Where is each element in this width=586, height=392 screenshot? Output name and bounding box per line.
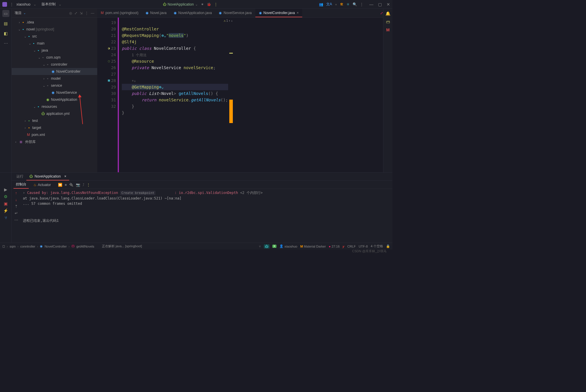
run-configuration[interactable]: ⏻ NovelApplication ⌄ <box>163 2 198 6</box>
settings-icon[interactable]: ⚙ <box>4 194 8 199</box>
actuator-tab[interactable]: ♨Actuator <box>31 181 53 189</box>
tree-row-idea[interactable]: ›▪.idea <box>12 19 97 26</box>
tree-row-novel[interactable]: ⌄▪novel [springboot] <box>12 26 97 33</box>
marker[interactable] <box>229 53 233 54</box>
scroll-top-icon[interactable]: ⇡ <box>15 204 18 209</box>
tab-novelcontroller[interactable]: ◉NovelController.java× <box>255 9 302 17</box>
warning-icon[interactable]: ⚠ <box>224 19 226 23</box>
more-icon[interactable]: ⋮ <box>214 2 218 6</box>
team-icon[interactable]: 👥 <box>319 2 323 6</box>
chevron-down-icon[interactable]: ⌄ <box>59 2 61 6</box>
search-icon[interactable]: 🔍 <box>353 2 357 6</box>
tree-row-package[interactable]: ⌄▫com.sqm <box>12 54 97 61</box>
status-cursor[interactable]: 27:16 <box>332 245 340 248</box>
structure-tool-icon[interactable]: ▤ <box>2 20 9 27</box>
tree-row-src[interactable]: ⌄▪src <box>12 33 97 40</box>
tree-row-controller[interactable]: ⌄▫conntroller <box>12 61 97 68</box>
tools-icon[interactable]: 🛠 <box>340 2 344 6</box>
branch-icon[interactable]: ⑂ <box>259 245 261 248</box>
scroll-up-icon[interactable]: ↑ <box>15 191 17 195</box>
arrow-down-icon[interactable]: ↓ <box>231 19 233 22</box>
create-breakpoint-button[interactable]: Create breakpoint <box>120 191 156 195</box>
tree-row-yml[interactable]: ⏻application.yml <box>12 110 97 117</box>
camera-icon[interactable]: 📷 <box>76 183 80 187</box>
project-panel-title[interactable]: 项目 <box>15 11 22 16</box>
tree-row-main[interactable]: ⌄▪main <box>12 40 97 47</box>
database-icon[interactable]: 🗃 <box>386 19 390 24</box>
code-area[interactable]: @RestController @RequestMapping(⊕⌄"novel… <box>119 18 228 172</box>
console-output[interactable]: › Caused by: java.lang.ClassNotFoundExce… <box>20 189 392 243</box>
status-crlf[interactable]: CRLF <box>347 245 356 248</box>
tree-row-novelcontroller[interactable]: ◉NovelController <box>12 68 97 75</box>
console-tab[interactable]: 控制台 <box>13 181 29 189</box>
tab-novelapp[interactable]: ◉NovelApplication.java <box>170 9 216 17</box>
tab-novel[interactable]: ◉Novel.java <box>142 9 170 17</box>
export-icon[interactable]: ⤴ <box>83 183 84 187</box>
debug-icon[interactable]: 🐞 <box>207 2 211 6</box>
more-icon[interactable]: ⋯ <box>14 218 18 222</box>
notifications-icon[interactable]: 🔔 <box>385 11 390 16</box>
arrow-up-icon[interactable]: ↑ <box>228 19 230 22</box>
more-icon[interactable]: ⋮ <box>85 11 88 15</box>
tree-row-novelservice[interactable]: ◉NovelService <box>12 89 97 96</box>
circle-icon[interactable]: ● <box>335 2 337 6</box>
translate-icon[interactable]: 文A <box>326 2 332 7</box>
tree-row-novelapp[interactable]: ◉NovelApplication <box>12 96 97 103</box>
maven-icon[interactable]: M <box>386 28 390 32</box>
tree-row-service[interactable]: ⌄▫service <box>12 82 97 89</box>
tree-row-target[interactable]: ›▪target <box>12 124 97 131</box>
tab-novelservice[interactable]: ◉NovelService.java <box>215 9 255 17</box>
run-tab-run[interactable]: 运行 <box>13 173 26 180</box>
more-icon[interactable]: ⋮ <box>87 183 90 187</box>
close-icon[interactable]: × <box>297 11 299 15</box>
breadcrumb-item[interactable]: conntroller <box>20 245 35 248</box>
bookmark-tool-icon[interactable]: ◧ <box>2 30 9 37</box>
expand-icon[interactable]: ⤢ <box>380 11 383 15</box>
tree-row-extlibs[interactable]: ›⊞外部库 <box>12 138 97 145</box>
expand-icon[interactable]: ⤢ <box>74 11 77 15</box>
x-badge[interactable]: X <box>272 245 277 248</box>
stop-icon[interactable]: ■ <box>65 183 67 187</box>
run-button[interactable]: ▶ <box>4 187 7 192</box>
status-user[interactable]: xiaoshuo <box>284 245 297 248</box>
status-theme[interactable]: Material Darker <box>304 245 326 248</box>
lock-icon[interactable]: 🔒 <box>386 244 390 248</box>
tree-row-test[interactable]: ›▪test <box>12 117 97 124</box>
chevron-down-icon[interactable]: ⌄ <box>23 11 26 15</box>
atom-icon[interactable]: ⚛ <box>346 2 350 6</box>
terminal-icon[interactable]: ▣ <box>4 201 8 206</box>
tree-row-java[interactable]: ⌄▪java <box>12 47 97 54</box>
hide-icon[interactable]: — <box>91 11 94 15</box>
project-name[interactable]: xiaoshuo <box>16 2 30 6</box>
collapse-icon[interactable]: ⇲ <box>80 11 83 15</box>
git-icon[interactable]: ⑂ <box>5 215 7 220</box>
tree-row-pom[interactable]: Mpom.xml <box>12 131 97 138</box>
plug-icon[interactable]: 🔌 <box>69 183 74 187</box>
main-menu-icon[interactable]: ⋮ <box>10 2 13 6</box>
fastforward-icon[interactable]: ⏩ <box>58 183 62 187</box>
minimize-button[interactable]: — <box>369 2 373 7</box>
marker[interactable] <box>229 100 233 123</box>
line-gutter[interactable]: 19 20 21 22 ◑23 24 ◌25 26 27 ▦28 29 30 3… <box>97 18 118 172</box>
editor-marker-stripe[interactable]: ⚠ 1 ↑ ↓ <box>228 18 233 172</box>
home-icon[interactable]: ◻ <box>2 244 5 248</box>
scroll-down-icon[interactable]: ↓ <box>15 197 17 202</box>
close-button[interactable]: ✕ <box>387 2 390 7</box>
status-indent[interactable]: 4 个空格 <box>371 244 383 248</box>
project-tool-icon[interactable]: ▭ <box>2 10 9 17</box>
chevron-down-icon[interactable]: ⌄ <box>33 2 36 6</box>
services-icon[interactable]: ⚡ <box>3 208 8 213</box>
target-icon[interactable]: ◎ <box>69 11 72 15</box>
maximize-button[interactable]: ▢ <box>378 2 382 7</box>
status-encoding[interactable]: UTF-8 <box>359 245 368 248</box>
project-tree[interactable]: ›▪.idea ⌄▪novel [springboot] ⌄▪src ⌄▪mai… <box>12 18 97 172</box>
breadcrumb-item[interactable]: sqm <box>10 245 16 248</box>
breadcrumb-item[interactable]: getAllNovels <box>76 245 94 248</box>
tree-row-model[interactable]: ›▫model <box>12 75 97 82</box>
tab-pom[interactable]: Mpom.xml (springboot) <box>97 9 142 17</box>
settings-icon[interactable]: ⋮ <box>360 2 363 6</box>
status-badge[interactable]: ⏻ <box>264 244 269 248</box>
tree-row-resources[interactable]: ⌄▪resources <box>12 103 97 110</box>
more-tool-icon[interactable]: ⋯ <box>2 40 9 47</box>
close-icon[interactable]: × <box>64 174 66 178</box>
